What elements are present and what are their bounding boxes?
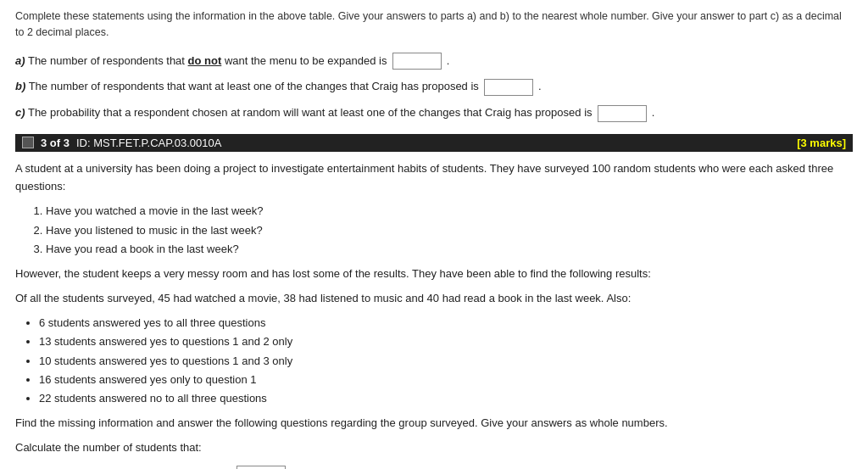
answer-input-b1[interactable] <box>484 79 533 96</box>
numbered-question-3: Have you read a book in the last week? <box>46 240 853 259</box>
problem-intro: A student at a university has been doing… <box>15 160 853 196</box>
answer-row-a: a) answered yes to questions 2 and 3 onl… <box>15 463 853 469</box>
question-c: c) The probability that a respondent cho… <box>15 104 853 122</box>
question-a-label: a) <box>15 54 25 67</box>
question-a: a) The number of respondents that do not… <box>15 53 853 70</box>
numbered-question-2: Have you listened to music in the last w… <box>46 221 853 240</box>
numbered-questions-list: Have you watched a movie in the last wee… <box>46 202 853 258</box>
question-a-text3: . <box>447 54 450 67</box>
question-c-text: The probability that a respondent chosen… <box>28 106 593 119</box>
question-a-text2: want the menu to be expanded is <box>225 54 387 67</box>
question-b-text2: . <box>538 80 542 92</box>
bullet-item-2: 10 students answered yes to questions 1 … <box>39 352 853 371</box>
bullet-item-1: 13 students answered yes to questions 1 … <box>39 332 853 351</box>
question-c-label: c) <box>15 106 25 119</box>
section-header: 3 of 3 ID: MST.FET.P.CAP.03.0010A [3 mar… <box>15 134 853 152</box>
answer-input-c1[interactable] <box>598 105 647 122</box>
bullet-list: 6 students answered yes to all three que… <box>39 314 853 407</box>
paragraph1: However, the student keeps a very messy … <box>15 265 853 283</box>
answer-input-a1[interactable] <box>392 53 442 70</box>
section-marks-text: [3 marks] <box>797 137 846 149</box>
question-b-text: The number of respondents that want at l… <box>29 80 479 92</box>
section-of-text: 3 of 3 <box>41 137 70 149</box>
calculate-label: Calculate the number of students that: <box>15 439 853 457</box>
question-a-bold: do not <box>188 54 222 67</box>
instruction: Find the missing information and answer … <box>15 415 853 433</box>
bullet-item-3: 16 students answered yes only to questio… <box>39 371 853 389</box>
question-a-text1: The number of respondents that <box>28 54 188 67</box>
intro-text: Complete these statements using the info… <box>15 8 853 41</box>
section-id-text: ID: MST.FET.P.CAP.03.0010A <box>76 137 222 149</box>
bullet-item-4: 22 students answered no to all three que… <box>39 389 853 408</box>
question-b-label: b) <box>15 80 25 92</box>
numbered-question-1: Have you watched a movie in the last wee… <box>46 202 853 221</box>
bullet-item-0: 6 students answered yes to all three que… <box>39 314 853 332</box>
question-b: b) The number of respondents that want a… <box>15 78 853 96</box>
paragraph2: Of all the students surveyed, 45 had wat… <box>15 290 853 308</box>
nav-icon[interactable] <box>22 137 34 148</box>
question-c-text2: . <box>652 106 655 119</box>
answer-input-qa[interactable] <box>236 466 286 469</box>
